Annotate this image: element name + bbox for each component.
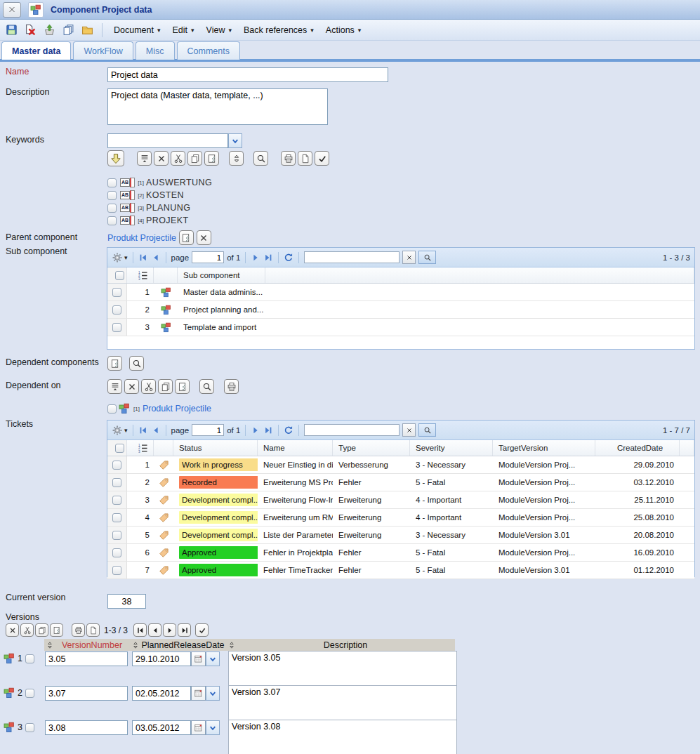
- sort-button[interactable]: [229, 151, 244, 166]
- tickets-grid-clear-filter-button[interactable]: [402, 423, 416, 437]
- dependent-on-paste-button[interactable]: [175, 379, 190, 394]
- row-checkbox[interactable]: [112, 461, 121, 470]
- sub-grid-filter-input[interactable]: [304, 251, 399, 263]
- ticket-name[interactable]: Fehler in Projektpla...: [258, 548, 333, 557]
- ticket-name[interactable]: Erweiterung Flow-In...: [258, 496, 333, 504]
- name-input[interactable]: [107, 67, 388, 82]
- version-checkbox[interactable]: [25, 723, 34, 732]
- tickets-grid-search-button[interactable]: [418, 423, 436, 437]
- row-checkbox[interactable]: [112, 548, 121, 557]
- tickets-grid-last-page-button[interactable]: [263, 425, 273, 435]
- row-checkbox[interactable]: [112, 531, 121, 540]
- remove-button[interactable]: [154, 151, 169, 166]
- archive-button[interactable]: [42, 23, 56, 37]
- ticket-name[interactable]: Neuer Einstieg in di...: [258, 461, 333, 469]
- keywords-combo-dropdown-button[interactable]: [228, 133, 242, 148]
- tab-comments[interactable]: Comments: [177, 41, 240, 60]
- versions-cut-button[interactable]: [20, 623, 34, 637]
- tickets-grid-refresh-button[interactable]: [284, 425, 293, 435]
- versions-confirm-button[interactable]: [195, 623, 209, 637]
- calendar-button[interactable]: [191, 686, 206, 701]
- sub-grid-last-page-button[interactable]: [263, 253, 273, 263]
- dependent-on-cut-button[interactable]: [141, 379, 156, 394]
- dependent-on-search-button[interactable]: [199, 379, 214, 394]
- ticket-row[interactable]: 6 Approved Fehler in Projektpla... Fehle…: [107, 544, 694, 562]
- ticket-row[interactable]: 2 Recorded Erweiterung MS Pro... Fehler …: [107, 474, 694, 491]
- tickets-header-type[interactable]: Type: [333, 440, 410, 456]
- date-dropdown-button[interactable]: [206, 720, 220, 735]
- row-checkbox[interactable]: [112, 566, 121, 575]
- copy-button[interactable]: [187, 151, 202, 166]
- date-dropdown-button[interactable]: [206, 652, 220, 666]
- versions-last-button[interactable]: [178, 623, 191, 637]
- row-checkbox[interactable]: [112, 478, 121, 487]
- tab-misc[interactable]: Misc: [136, 41, 175, 60]
- tab-workflow[interactable]: WorkFlow: [73, 41, 133, 60]
- dependent-components-paste-button[interactable]: [107, 356, 122, 371]
- tickets-grid-first-page-button[interactable]: [138, 425, 148, 435]
- tickets-header-severity[interactable]: Severity: [410, 440, 493, 456]
- ticket-row[interactable]: 4 Development compl... Erweiterung um RM…: [107, 509, 694, 527]
- close-button[interactable]: [3, 2, 21, 18]
- planned-release-date-input[interactable]: [132, 686, 191, 701]
- keyword-checkbox[interactable]: [107, 216, 117, 225]
- sub-grid-page-input[interactable]: [192, 251, 224, 263]
- copy-document-button[interactable]: [61, 23, 75, 37]
- search-button[interactable]: [253, 151, 268, 166]
- dependent-on-checkbox[interactable]: [107, 404, 117, 414]
- planned-release-date-input[interactable]: [132, 652, 191, 666]
- tickets-grid-prev-page-button[interactable]: [151, 425, 161, 435]
- ticket-name[interactable]: Erweiterung um RM...: [258, 513, 333, 522]
- sub-component-name[interactable]: Project planning and...: [178, 305, 265, 314]
- tickets-header-name[interactable]: Name: [258, 440, 333, 456]
- version-number-input[interactable]: [45, 652, 128, 666]
- sub-grid-row[interactable]: 1 Master data adminis...: [107, 284, 694, 301]
- row-checkbox[interactable]: [112, 513, 121, 522]
- save-button[interactable]: [4, 23, 18, 37]
- tickets-grid-filter-input[interactable]: [304, 424, 399, 436]
- keywords-combo-input[interactable]: [107, 133, 228, 148]
- dependent-on-remove-button[interactable]: [124, 379, 139, 394]
- parent-component-link[interactable]: Produkt Projectile: [107, 233, 176, 243]
- version-checkbox[interactable]: [25, 689, 34, 698]
- row-checkbox[interactable]: [112, 305, 121, 315]
- calendar-button[interactable]: [191, 652, 206, 666]
- parent-paste-button[interactable]: [179, 230, 194, 245]
- versions-print-button[interactable]: [72, 623, 85, 637]
- sub-grid-clear-filter-button[interactable]: [402, 251, 416, 264]
- version-number-input[interactable]: [45, 720, 128, 735]
- current-version-input[interactable]: [107, 594, 146, 609]
- ticket-name[interactable]: Fehler TimeTracker: [258, 566, 333, 574]
- tickets-grid-settings-button[interactable]: ▾: [112, 425, 128, 436]
- row-checkbox[interactable]: [112, 496, 121, 505]
- sub-grid-refresh-button[interactable]: [284, 253, 293, 263]
- tab-master-data[interactable]: Master data: [1, 41, 71, 60]
- version-checkbox[interactable]: [25, 654, 34, 663]
- versions-copy-button[interactable]: [35, 623, 48, 637]
- versions-first-button[interactable]: [133, 623, 147, 637]
- planned-release-date-input[interactable]: [132, 720, 191, 735]
- sub-grid-prev-page-button[interactable]: [151, 253, 161, 263]
- sub-component-name[interactable]: Template and import: [178, 323, 265, 331]
- versions-prev-button[interactable]: [148, 623, 161, 637]
- ticket-name[interactable]: Liste der Parameter...: [258, 531, 333, 539]
- menu-actions[interactable]: Actions▾: [322, 25, 365, 35]
- sub-grid-next-page-button[interactable]: [251, 253, 260, 263]
- versions-header-description[interactable]: Description: [226, 639, 455, 651]
- date-dropdown-button[interactable]: [206, 686, 220, 701]
- menu-view[interactable]: View▾: [203, 25, 235, 35]
- sub-grid-row[interactable]: 3 Template and import: [107, 319, 694, 336]
- versions-next-button[interactable]: [163, 623, 176, 637]
- tickets-grid-page-input[interactable]: [192, 424, 224, 436]
- keyword-checkbox[interactable]: [107, 178, 117, 187]
- move-top-button[interactable]: [137, 151, 152, 166]
- version-description-textarea[interactable]: Version 3.08: [228, 720, 457, 754]
- sub-grid-search-button[interactable]: [418, 251, 436, 264]
- version-description-textarea[interactable]: Version 3.05: [228, 651, 457, 686]
- sub-grid-header-name[interactable]: Sub component: [178, 267, 265, 283]
- select-all-checkbox[interactable]: [115, 444, 124, 453]
- description-textarea[interactable]: Project data (Master data, template, ...…: [107, 88, 328, 125]
- delete-document-button[interactable]: [23, 23, 37, 37]
- dependent-on-copy-button[interactable]: [158, 379, 173, 394]
- keyword-checkbox[interactable]: [107, 191, 117, 200]
